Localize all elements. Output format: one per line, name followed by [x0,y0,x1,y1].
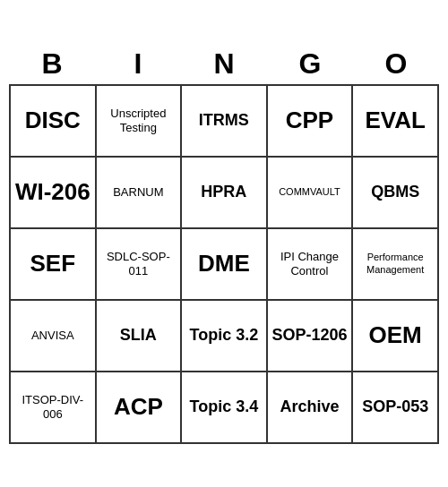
bingo-row-3: ANVISASLIATopic 3.2SOP-1206OEM [10,300,438,372]
bingo-row-2: SEFSDLC-SOP-011DMEIPI Change ControlPerf… [10,228,438,300]
bingo-cell-4-3: Archive [267,372,353,443]
bingo-cell-3-3: SOP-1206 [267,300,353,372]
bingo-cell-0-2: ITRMS [181,85,266,157]
header-letter-i: I [95,44,181,84]
bingo-cell-0-4: EVAL [352,85,438,157]
bingo-cell-4-1: ACP [96,372,182,443]
header-letter-b: B [9,44,95,84]
bingo-cell-2-4: Performance Management [352,228,438,300]
bingo-cell-3-1: SLIA [96,300,182,372]
bingo-cell-3-0: ANVISA [10,300,96,372]
bingo-cell-2-2: DME [181,228,266,300]
bingo-cell-0-1: Unscripted Testing [96,85,182,157]
bingo-cell-1-4: QBMS [352,157,438,228]
bingo-cell-2-0: SEF [10,228,96,300]
bingo-cell-1-1: BARNUM [96,157,182,228]
bingo-cell-1-3: COMMVAULT [267,157,353,228]
bingo-row-1: WI-206BARNUMHPRACOMMVAULTQBMS [10,157,438,228]
bingo-cell-3-2: Topic 3.2 [181,300,266,372]
bingo-grid: DISCUnscripted TestingITRMSCPPEVALWI-206… [9,84,439,444]
bingo-cell-1-2: HPRA [181,157,266,228]
bingo-cell-4-0: ITSOP-DIV-006 [10,372,96,443]
bingo-cell-0-3: CPP [267,85,353,157]
bingo-cell-4-2: Topic 3.4 [181,372,266,443]
bingo-cell-1-0: WI-206 [10,157,96,228]
bingo-cell-3-4: OEM [352,300,438,372]
bingo-cell-2-3: IPI Change Control [267,228,353,300]
bingo-row-0: DISCUnscripted TestingITRMSCPPEVAL [10,85,438,157]
bingo-cell-0-0: DISC [10,85,96,157]
bingo-cell-2-1: SDLC-SOP-011 [96,228,182,300]
header-letter-n: N [181,44,267,84]
bingo-row-4: ITSOP-DIV-006ACPTopic 3.4ArchiveSOP-053 [10,372,438,443]
header-letter-g: G [267,44,353,84]
bingo-header: BINGO [9,44,439,84]
bingo-cell-4-4: SOP-053 [352,372,438,443]
header-letter-o: O [353,44,439,84]
